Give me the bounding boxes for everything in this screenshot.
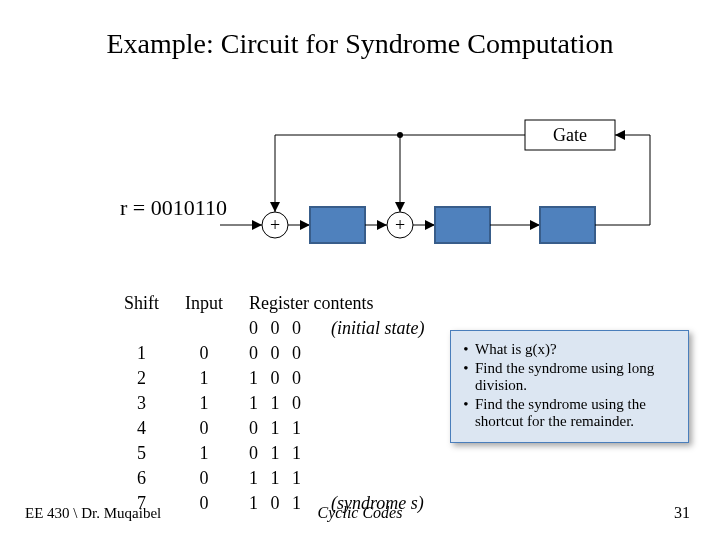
- exercise-callout: •What is g(x)? •Find the syndrome using …: [450, 330, 689, 443]
- svg-marker-25: [530, 220, 540, 230]
- table-row: 601 1 1: [112, 467, 437, 490]
- table-header-row: Shift Input Register contents: [112, 292, 437, 315]
- svg-text:+: +: [270, 215, 280, 235]
- list-item: •What is g(x)?: [457, 341, 682, 358]
- svg-marker-3: [615, 130, 625, 140]
- table-row: 400 1 1: [112, 417, 437, 440]
- slide-title: Example: Circuit for Syndrome Computatio…: [0, 28, 720, 60]
- svg-marker-18: [377, 220, 387, 230]
- col-shift: Shift: [112, 292, 171, 315]
- svg-marker-6: [270, 202, 280, 212]
- svg-rect-26: [540, 207, 595, 243]
- table-row: 0 0 0 (initial state): [112, 317, 437, 340]
- svg-text:+: +: [395, 215, 405, 235]
- gate-label: Gate: [553, 125, 587, 145]
- svg-marker-11: [252, 220, 262, 230]
- table-row: 211 0 0: [112, 367, 437, 390]
- table-row: 510 1 1: [112, 442, 437, 465]
- col-input: Input: [173, 292, 235, 315]
- syndrome-shift-table: Shift Input Register contents 0 0 0 (ini…: [110, 290, 439, 517]
- list-item: •Find the syndrome using long division.: [457, 360, 682, 394]
- lfsr-circuit-diagram: Gate + +: [110, 115, 670, 265]
- svg-rect-16: [310, 207, 365, 243]
- svg-marker-9: [395, 202, 405, 212]
- footer-page-num: 31: [674, 504, 690, 522]
- svg-marker-15: [300, 220, 310, 230]
- footer-topic: Cyclic Codes: [0, 504, 720, 522]
- table-row: 100 0 0: [112, 342, 437, 365]
- svg-marker-22: [425, 220, 435, 230]
- table-row: 311 1 0: [112, 392, 437, 415]
- col-register: Register contents: [237, 292, 437, 315]
- svg-rect-23: [435, 207, 490, 243]
- list-item: •Find the syndrome using the shortcut fo…: [457, 396, 682, 430]
